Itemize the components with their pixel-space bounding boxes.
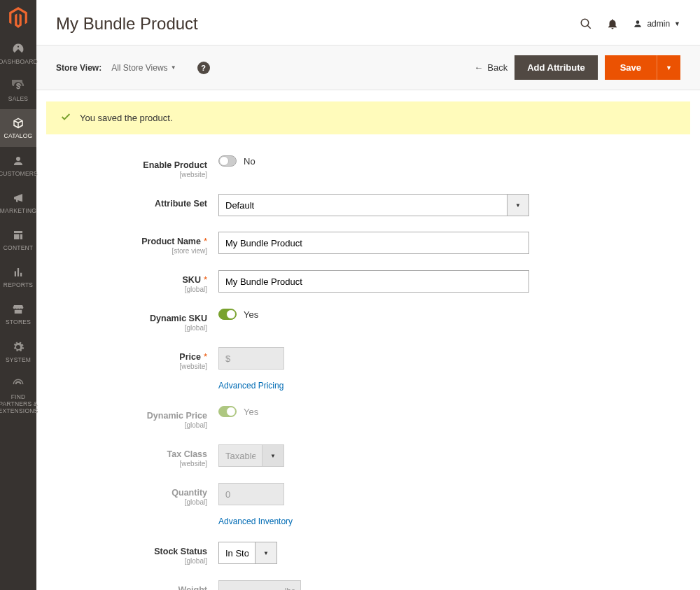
field-label: SKU <box>183 275 201 285</box>
advanced-pricing-link[interactable]: Advanced Pricing <box>218 381 680 391</box>
field-scope: [website] <box>56 460 207 468</box>
field-label: Dynamic SKU <box>150 314 207 323</box>
reports-icon <box>11 265 25 279</box>
attribute-set-select[interactable]: ▼ <box>218 194 529 216</box>
sidebar-item-marketing[interactable]: MARKETING <box>0 184 36 221</box>
select-toggle[interactable]: ▼ <box>255 542 277 564</box>
notifications-icon[interactable] <box>606 17 619 30</box>
sidebar-item-catalog[interactable]: CATALOG <box>0 109 36 146</box>
sidebar-item-sales[interactable]: $ SALES <box>0 72 36 109</box>
field-label: Quantity <box>172 488 207 498</box>
caret-down-icon: ▼ <box>666 64 672 71</box>
field-label: Product Name <box>141 237 201 246</box>
sidebar-item-label: CATALOG <box>4 132 33 139</box>
dynamic-price-toggle <box>218 406 237 417</box>
sidebar-item-stores[interactable]: STORES <box>0 295 36 332</box>
catalog-icon <box>11 116 25 130</box>
search-icon[interactable] <box>580 17 592 30</box>
sidebar-item-system[interactable]: SYSTEM <box>0 333 36 370</box>
sidebar-item-label: CONTENT <box>4 244 33 251</box>
sku-input[interactable] <box>218 270 529 293</box>
field-scope: [global] <box>56 324 207 332</box>
field-label: Price <box>179 352 201 362</box>
check-icon <box>60 111 71 125</box>
page-title: My Bundle Product <box>56 14 580 34</box>
toggle-value: Yes <box>244 309 258 320</box>
header: My Bundle Product admin ▼ <box>36 0 700 45</box>
svg-point-1 <box>582 19 589 27</box>
field-label: Weight <box>178 585 207 590</box>
toggle-value: Yes <box>244 407 258 417</box>
svg-line-2 <box>588 25 592 29</box>
stores-icon <box>11 302 25 316</box>
field-label: Stock Status <box>154 547 207 556</box>
sidebar-item-label: SALES <box>8 95 28 102</box>
sidebar: DASHBOARD $ SALES CATALOG CUSTOMERS MARK… <box>0 0 36 590</box>
field-scope: [website] <box>56 363 207 370</box>
save-dropdown-toggle[interactable]: ▼ <box>657 55 680 80</box>
toggle-value: No <box>244 156 255 167</box>
quantity-input <box>218 483 284 505</box>
field-label: Attribute Set <box>155 199 207 209</box>
content-icon <box>11 228 25 242</box>
sidebar-item-partners[interactable]: FIND PARTNERS & EXTENSIONS <box>0 370 36 422</box>
success-message-text: You saved the product. <box>80 113 173 123</box>
user-menu[interactable]: admin ▼ <box>633 19 680 29</box>
tax-class-select: ▼ <box>218 444 284 467</box>
help-icon[interactable]: ? <box>197 62 210 74</box>
partners-icon <box>11 377 25 391</box>
system-icon <box>11 340 25 354</box>
save-button[interactable]: Save <box>605 55 657 80</box>
product-form: Enable Product[website] No Attribute Set… <box>36 134 700 590</box>
select-toggle: ▼ <box>262 444 284 467</box>
field-scope: [global] <box>56 421 207 429</box>
user-name: admin <box>647 19 670 29</box>
user-icon <box>633 19 643 29</box>
advanced-inventory-link[interactable]: Advanced Inventory <box>218 517 680 526</box>
sidebar-item-label: REPORTS <box>4 281 33 288</box>
field-scope: [global] <box>56 498 207 506</box>
svg-text:$: $ <box>16 82 20 90</box>
sidebar-item-label: STORES <box>6 318 31 325</box>
add-attribute-button[interactable]: Add Attribute <box>514 55 598 80</box>
field-label: Enable Product <box>143 160 207 170</box>
arrow-left-icon: ← <box>474 62 483 73</box>
sidebar-item-content[interactable]: CONTENT <box>0 221 36 258</box>
price-input <box>218 347 284 370</box>
field-scope: [store view] <box>56 247 207 255</box>
field-label: Dynamic Price <box>147 411 207 421</box>
caret-down-icon: ▼ <box>674 20 680 27</box>
sidebar-item-label: DASHBOARD <box>0 58 38 65</box>
sidebar-item-dashboard[interactable]: DASHBOARD <box>0 35 36 72</box>
caret-down-icon: ▼ <box>171 64 176 71</box>
magento-logo[interactable] <box>0 0 36 35</box>
enable-product-toggle[interactable] <box>218 155 237 167</box>
sidebar-item-label: SYSTEM <box>6 356 31 363</box>
stock-status-select[interactable]: ▼ <box>218 542 277 564</box>
toolbar: Store View: All Store Views ▼ ? ← Back A… <box>36 45 700 90</box>
select-toggle[interactable]: ▼ <box>507 194 529 216</box>
customers-icon <box>11 154 25 168</box>
dashboard-icon <box>11 42 25 56</box>
product-name-input[interactable] <box>218 232 529 254</box>
field-label: Tax Class <box>167 449 207 459</box>
sidebar-item-label: CUSTOMERS <box>0 170 38 177</box>
store-view-label: Store View: <box>56 63 102 73</box>
field-scope: [global] <box>56 286 207 293</box>
store-view-select[interactable]: All Store Views ▼ <box>111 63 176 73</box>
dynamic-sku-toggle[interactable] <box>218 309 237 320</box>
sidebar-item-label: MARKETING <box>0 207 36 214</box>
back-link[interactable]: ← Back <box>474 62 507 73</box>
field-scope: [global] <box>56 557 207 565</box>
sales-icon: $ <box>11 79 25 93</box>
marketing-icon <box>11 191 25 205</box>
field-scope: [website] <box>56 171 207 178</box>
sidebar-item-label: FIND PARTNERS & EXTENSIONS <box>0 393 38 415</box>
sidebar-item-reports[interactable]: REPORTS <box>0 258 36 295</box>
sidebar-item-customers[interactable]: CUSTOMERS <box>0 147 36 184</box>
weight-unit: lbs <box>285 587 295 590</box>
save-button-group: Save ▼ <box>605 55 680 80</box>
success-message: You saved the product. <box>46 101 690 134</box>
